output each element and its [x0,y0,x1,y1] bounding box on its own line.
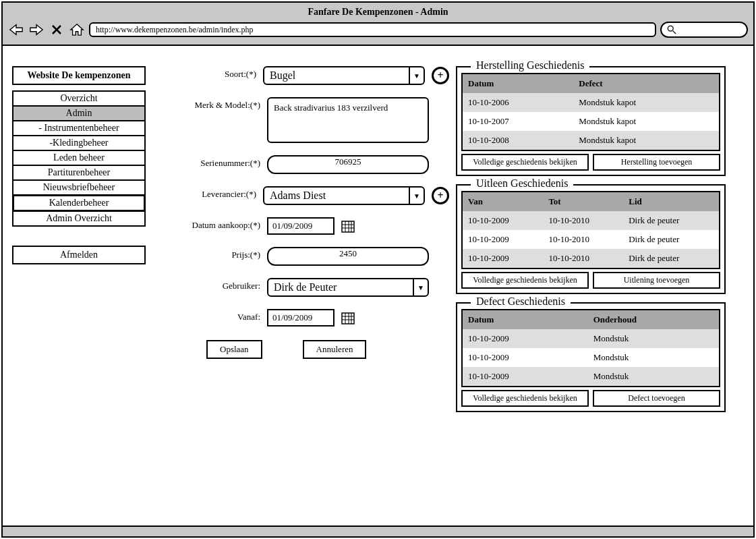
table-header: Datum [462,310,588,329]
calendar-icon[interactable] [341,219,355,233]
defect-add-button[interactable]: Defect toevoegen [593,390,720,407]
sidebar-item[interactable]: Nieuwsbriefbeheer [13,180,145,195]
forward-button[interactable] [28,23,45,36]
sidebar-item[interactable]: Admin Overzicht [13,211,145,226]
gebruiker-label: Gebruiker: [166,278,267,291]
herstelling-view-button[interactable]: Volledige geschiedenis bekijken [461,154,589,171]
table-header: Lid [623,192,720,211]
defect-history: Defect Geschiedenis DatumOnderhoud10-10-… [456,302,726,412]
table-row: 10-10-2007Mondstuk kapot [462,112,720,131]
table-row: 10-10-200910-10-2010Dirk de peuter [462,249,720,268]
sidebar-item[interactable]: Partiturenbeheer [13,165,145,180]
herstelling-add-button[interactable]: Herstelling toevoegen [593,154,720,171]
serie-input[interactable]: 706925 [267,155,429,174]
sidebar-item[interactable]: Admin [13,106,145,121]
save-button[interactable]: Opslaan [206,340,262,359]
table-row: 10-10-200910-10-2010Dirk de peuter [462,211,720,230]
sidebar-header: Website De kempenzonen [12,66,146,85]
table-row: 10-10-2009Mondstuk [462,367,720,387]
uitleen-view-button[interactable]: Volledige geschiedenis bekijken [461,272,589,289]
table-row: 10-10-2009Mondstuk [462,329,720,348]
table-header: Datum [462,74,573,93]
logout-button[interactable]: Afmelden [12,246,146,264]
defect-view-button[interactable]: Volledige geschiedenis bekijken [461,390,589,407]
serie-label: Serienummer:(*) [166,155,267,169]
sidebar: Website De kempenzonen OverzichtAdmin- I… [12,66,146,420]
uitleen-history: Uitleen Geschiedenis VanTotLid10-10-2009… [456,184,726,294]
leverancier-label: Leverancier:(*) [166,186,263,200]
herstelling-history: Herstelling Geschiedenis DatumDefect10-1… [456,66,726,176]
stop-button[interactable] [49,23,65,36]
prijs-label: Prijs:(*) [166,247,267,260]
browser-search[interactable] [660,22,748,38]
table-header: Onderhoud [588,310,720,329]
add-soort-button[interactable]: + [432,67,449,84]
chevron-down-icon: ▼ [409,67,424,84]
table-header: Van [462,192,543,211]
add-leverancier-button[interactable]: + [432,187,449,204]
url-input[interactable] [89,22,656,37]
chevron-down-icon: ▼ [409,188,424,204]
gebruiker-select[interactable]: Dirk de Peuter▼ [267,278,429,297]
sidebar-item[interactable]: Kalenderbeheer [13,195,145,211]
defect-title: Defect Geschiedenis [471,295,571,308]
vanaf-label: Vanaf: [166,309,267,322]
prijs-input[interactable]: 2450 [267,247,429,266]
table-row: 10-10-2008Mondstuk kapot [462,131,720,150]
window-title: Fanfare De Kempenzonen - Admin [8,5,748,19]
table-row: 10-10-200910-10-2010Dirk de peuter [462,230,720,249]
datum-input[interactable] [267,217,335,235]
svg-rect-2 [342,221,354,232]
uitleen-title: Uitleen Geschiedenis [471,177,573,190]
soort-label: Soort:(*) [166,66,263,80]
sidebar-item[interactable]: -Kledingbeheer [13,136,145,150]
svg-rect-8 [342,313,354,324]
chevron-down-icon: ▼ [413,279,428,295]
merk-input[interactable]: Back stradivarius 183 verzilverd [267,97,429,143]
herstelling-title: Herstelling Geschiedenis [471,59,589,72]
soort-select[interactable]: Bugel▼ [263,66,425,85]
back-button[interactable] [8,23,24,36]
svg-point-0 [668,26,673,31]
uitleen-add-button[interactable]: Uitlening toevoegen [593,272,720,289]
merk-label: Merk & Model:(*) [166,97,267,111]
table-row: 10-10-2006Mondstuk kapot [462,93,720,112]
vanaf-input[interactable] [267,309,335,327]
home-button[interactable] [69,23,85,36]
sidebar-item[interactable]: Overzicht [13,91,145,106]
leverancier-select[interactable]: Adams Diest▼ [263,186,425,205]
datum-label: Datum aankoop:(*) [166,217,267,231]
instrument-form: Soort:(*) Bugel▼ + Merk & Model:(*) Back… [152,66,449,420]
table-row: 10-10-2009Mondstuk [462,348,720,367]
status-bar [3,526,753,536]
sidebar-item[interactable]: Leden beheer [13,150,145,165]
sidebar-item[interactable]: - Instrumentenbeheer [13,121,145,136]
table-header: Tot [543,192,623,211]
svg-line-1 [673,31,676,34]
cancel-button[interactable]: Annuleren [303,340,367,359]
table-header: Defect [573,74,720,93]
calendar-icon[interactable] [341,311,355,324]
